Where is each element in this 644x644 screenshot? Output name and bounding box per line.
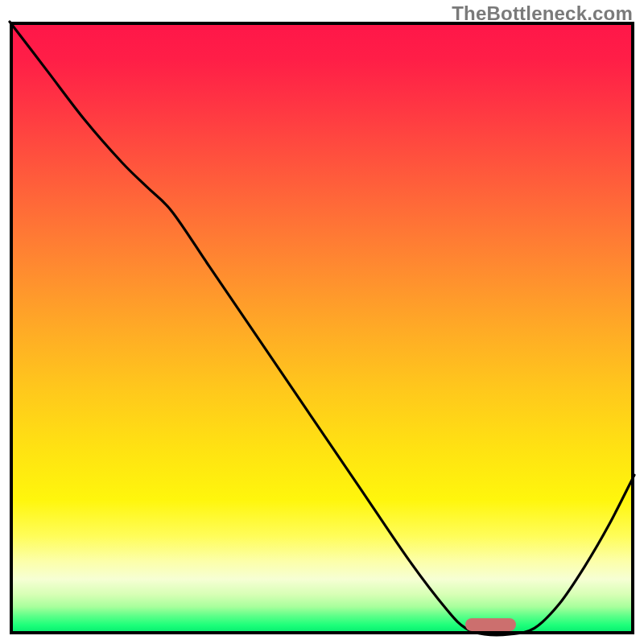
chart-frame (10, 22, 634, 634)
bottleneck-curve (10, 22, 634, 634)
optimal-range-marker (465, 618, 515, 631)
attribution-text: TheBottleneck.com (452, 2, 633, 25)
